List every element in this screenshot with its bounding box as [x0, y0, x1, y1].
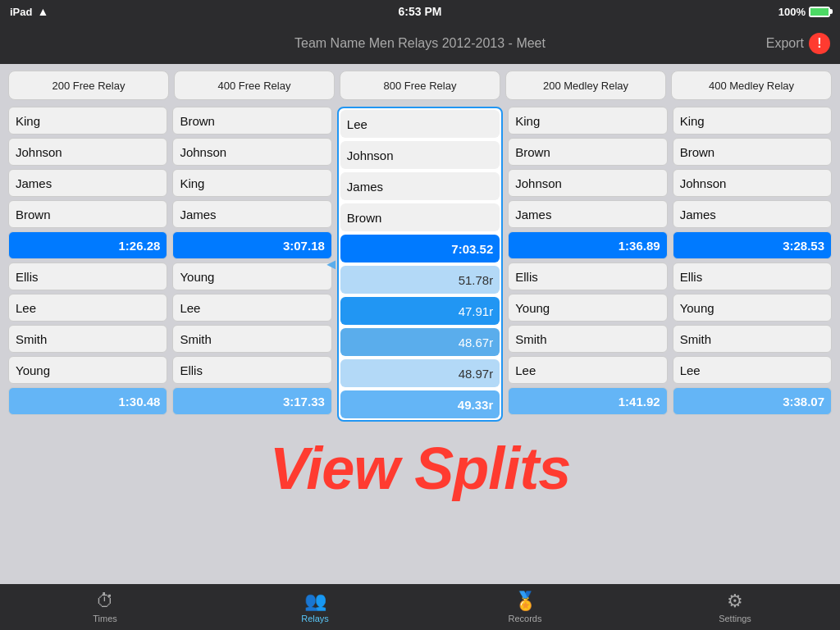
cell2-0-2[interactable]: Smith: [8, 325, 167, 353]
cell-2-0[interactable]: Lee: [340, 110, 500, 138]
time2-2[interactable]: 49.33r: [340, 390, 500, 418]
carrier-label: iPad: [10, 6, 32, 18]
cell-4-2[interactable]: Johnson: [673, 169, 832, 197]
cell2-3-3[interactable]: Lee: [508, 356, 667, 384]
relay-grid: KingJohnsonJamesBrown1:26.28EllisLeeSmit…: [0, 107, 840, 422]
cell2-1-3[interactable]: Ellis: [172, 356, 331, 384]
column-1: BrownJohnsonKingJames3:07.18YoungLeeSmit…: [172, 107, 331, 422]
bottom-tab-icon-2: 🏅: [514, 591, 536, 612]
bottom-tab-label-3: Settings: [719, 614, 751, 623]
time-2[interactable]: 7:03.52: [340, 235, 500, 262]
cell-2-3[interactable]: Brown: [340, 203, 500, 231]
time2-1[interactable]: 3:17.33: [172, 387, 331, 415]
bottom-tab-records[interactable]: 🏅Records: [420, 591, 630, 623]
bottom-tab-settings[interactable]: ⚙Settings: [630, 591, 840, 623]
bottom-tab-label-0: Times: [93, 614, 117, 623]
tab-1[interactable]: 400 Free Relay: [174, 71, 335, 100]
status-bar: iPad ▲ 6:53 PM 100%: [0, 0, 840, 23]
cell-2-1[interactable]: Johnson: [340, 141, 500, 169]
cell-0-3[interactable]: Brown: [8, 200, 167, 228]
column-3: KingBrownJohnsonJames1:36.89EllisYoungSm…: [508, 107, 667, 422]
wifi-icon: ▲: [37, 5, 48, 18]
cell-3-3[interactable]: James: [508, 200, 667, 228]
header: Team Name Men Relays 2012-2013 - Meet Ex…: [0, 23, 840, 64]
bottom-tab-label-1: Relays: [301, 614, 329, 623]
cell2-2-0[interactable]: 51.78r: [340, 266, 500, 294]
cell2-2-2[interactable]: 48.67r: [340, 328, 500, 356]
time-0[interactable]: 1:26.28: [8, 231, 167, 259]
tab-0[interactable]: 200 Free Relay: [8, 71, 169, 100]
cell2-3-1[interactable]: Young: [508, 294, 667, 322]
export-button[interactable]: Export !: [766, 33, 830, 54]
cell2-4-2[interactable]: Smith: [673, 325, 832, 353]
export-label: Export: [766, 36, 804, 51]
battery-icon: [809, 7, 830, 17]
cell-4-3[interactable]: James: [673, 200, 832, 228]
cell-3-1[interactable]: Brown: [508, 138, 667, 166]
time2-3[interactable]: 1:41.92: [508, 387, 667, 415]
status-time: 6:53 PM: [399, 5, 442, 18]
cell2-1-0[interactable]: Young: [172, 262, 331, 290]
time2-0[interactable]: 1:30.48: [8, 387, 167, 415]
cell-1-0[interactable]: Brown: [172, 107, 331, 135]
status-right: 100%: [778, 6, 830, 18]
bottom-tab-icon-3: ⚙: [727, 591, 743, 612]
tab-3[interactable]: 200 Medley Relay: [505, 71, 666, 100]
time-3[interactable]: 1:36.89: [508, 231, 667, 259]
column-2-selected[interactable]: LeeJohnsonJamesBrown7:03.5251.78r47.91r4…: [337, 107, 503, 422]
bottom-tab-icon-0: ⏱: [96, 591, 114, 612]
cell-2-2[interactable]: James: [340, 172, 500, 200]
export-alert-icon: !: [809, 33, 830, 54]
status-left: iPad ▲: [10, 5, 48, 18]
cell2-1-1[interactable]: Lee: [172, 294, 331, 322]
cell2-4-3[interactable]: Lee: [673, 356, 832, 384]
time2-4[interactable]: 3:38.07: [673, 387, 832, 415]
cell-0-0[interactable]: King: [8, 107, 167, 135]
cell2-0-1[interactable]: Lee: [8, 294, 167, 322]
time-1[interactable]: 3:07.18: [172, 231, 331, 259]
cell-1-2[interactable]: King: [172, 169, 331, 197]
cell2-3-2[interactable]: Smith: [508, 325, 667, 353]
view-splits-text[interactable]: View Splits: [0, 422, 840, 502]
cell-1-1[interactable]: Johnson: [172, 138, 331, 166]
column-4: KingBrownJohnsonJames3:28.53EllisYoungSm…: [673, 107, 832, 422]
cell-0-2[interactable]: James: [8, 169, 167, 197]
cell2-3-0[interactable]: Ellis: [508, 262, 667, 290]
cell2-2-3[interactable]: 48.97r: [340, 359, 500, 387]
cell-1-3[interactable]: James: [172, 200, 331, 228]
battery-pct: 100%: [778, 6, 806, 18]
bottom-tab-icon-1: 👥: [304, 591, 326, 612]
bottom-tab-bar: ⏱Times👥Relays🏅Records⚙Settings: [0, 584, 840, 630]
cell2-4-1[interactable]: Young: [673, 294, 832, 322]
cell-3-2[interactable]: Johnson: [508, 169, 667, 197]
cell2-1-2[interactable]: Smith: [172, 325, 331, 353]
cell2-2-1[interactable]: 47.91r: [340, 297, 500, 325]
bottom-tab-label-2: Records: [509, 614, 542, 623]
time-4[interactable]: 3:28.53: [673, 231, 832, 259]
cell-4-0[interactable]: King: [673, 107, 832, 135]
header-title: Team Name Men Relays 2012-2013 - Meet: [294, 36, 546, 51]
cell-0-1[interactable]: Johnson: [8, 138, 167, 166]
bottom-tab-times[interactable]: ⏱Times: [0, 591, 210, 623]
bottom-tab-relays[interactable]: 👥Relays: [210, 591, 420, 623]
column-0: KingJohnsonJamesBrown1:26.28EllisLeeSmit…: [8, 107, 167, 422]
cell-3-0[interactable]: King: [508, 107, 667, 135]
tab-4[interactable]: 400 Medley Relay: [671, 71, 832, 100]
cell-4-1[interactable]: Brown: [673, 138, 832, 166]
main-content: 200 Free Relay400 Free Relay800 Free Rel…: [0, 64, 840, 584]
cell2-0-0[interactable]: Ellis: [8, 262, 167, 290]
relay-tabs: 200 Free Relay400 Free Relay800 Free Rel…: [0, 64, 840, 107]
cell2-4-0[interactable]: Ellis: [673, 262, 832, 290]
cell2-0-3[interactable]: Young: [8, 356, 167, 384]
tab-2[interactable]: 800 Free Relay: [340, 71, 500, 100]
